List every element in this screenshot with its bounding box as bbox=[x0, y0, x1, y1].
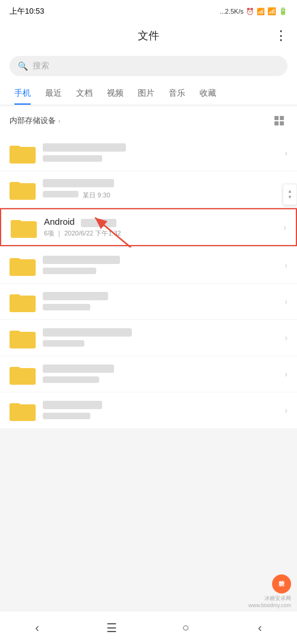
blurred-meta-part bbox=[43, 191, 78, 197]
folder-icon bbox=[11, 216, 37, 238]
blurred-filename bbox=[43, 292, 108, 300]
watermark-logo: 糖 bbox=[272, 574, 291, 593]
scroll-indicator[interactable]: ▲ ▼ bbox=[283, 184, 297, 205]
file-chevron-icon: › bbox=[285, 333, 287, 343]
menu-icon: ☰ bbox=[106, 621, 117, 635]
breadcrumb[interactable]: 内部存储设备 › bbox=[10, 115, 61, 126]
breadcrumb-row: 内部存储设备 › bbox=[0, 106, 297, 135]
search-placeholder: 搜索 bbox=[33, 61, 49, 71]
nav-home-button[interactable]: ○ bbox=[171, 616, 201, 640]
blurred-filename bbox=[43, 179, 114, 187]
file-chevron-icon: › bbox=[283, 222, 286, 232]
blurred-meta bbox=[43, 268, 96, 274]
file-item[interactable]: › bbox=[0, 284, 297, 319]
status-time: 上午10:53 bbox=[10, 6, 45, 17]
blurred-meta bbox=[43, 340, 84, 347]
file-chevron-icon: › bbox=[285, 260, 287, 270]
file-info: Android 6项 ｜ 2020/6/22 下午1:32 bbox=[44, 216, 279, 237]
scroll-down-icon[interactable]: ▼ bbox=[287, 195, 292, 200]
blurred-filename bbox=[43, 401, 102, 409]
tab-document[interactable]: 文档 bbox=[69, 82, 100, 105]
status-icons: ...2.5K/s ⏰ 📶 📶 🔋 bbox=[220, 7, 287, 15]
file-meta: 6项 ｜ 2020/6/22 下午1:32 bbox=[44, 229, 279, 238]
blurred-filename bbox=[43, 143, 126, 152]
blurred-meta bbox=[43, 376, 99, 383]
blurred-filename bbox=[43, 256, 120, 264]
watermark-line1: 冰糖安卓网 bbox=[248, 595, 291, 602]
recent-apps-icon: ‹ bbox=[258, 621, 262, 634]
folder-icon bbox=[10, 255, 36, 276]
folder-icon bbox=[10, 363, 36, 385]
blurred-name-suffix bbox=[81, 219, 116, 227]
file-item[interactable]: › bbox=[0, 320, 297, 356]
search-icon: 🔍 bbox=[18, 61, 28, 71]
back-icon: ‹ bbox=[35, 621, 39, 634]
file-item[interactable]: › bbox=[0, 135, 297, 171]
folder-icon bbox=[10, 327, 36, 348]
tab-video[interactable]: 视频 bbox=[100, 82, 131, 105]
more-options-button[interactable]: ⋮ bbox=[274, 29, 287, 42]
file-info bbox=[43, 256, 280, 275]
file-info bbox=[43, 365, 280, 384]
tab-image[interactable]: 图片 bbox=[131, 82, 162, 105]
file-chevron-icon: › bbox=[285, 297, 287, 306]
tab-favorites[interactable]: 收藏 bbox=[192, 82, 223, 105]
file-chevron-icon: › bbox=[285, 369, 287, 379]
tab-phone[interactable]: 手机 bbox=[7, 82, 38, 105]
scroll-up-icon[interactable]: ▲ bbox=[287, 189, 292, 194]
tab-music[interactable]: 音乐 bbox=[162, 82, 192, 105]
search-input-wrap[interactable]: 🔍 搜索 bbox=[10, 56, 287, 76]
file-info bbox=[43, 143, 280, 163]
nav-back-button[interactable]: ‹ bbox=[23, 616, 52, 640]
file-info bbox=[43, 328, 280, 348]
blurred-filename bbox=[43, 365, 114, 373]
file-list: ▲ ▼ › 某日 9:30 bbox=[0, 135, 297, 428]
file-item[interactable]: › bbox=[0, 247, 297, 283]
tab-recent[interactable]: 最近 bbox=[38, 82, 69, 105]
folder-icon bbox=[10, 400, 36, 421]
file-meta: 某日 9:30 bbox=[43, 191, 280, 200]
file-info bbox=[43, 401, 280, 420]
watermark: 糖 冰糖安卓网 www.btxtdmy.com bbox=[248, 574, 291, 608]
file-chevron-icon: › bbox=[285, 148, 287, 158]
category-tabs: 手机 最近 文档 视频 图片 音乐 收藏 bbox=[0, 82, 297, 105]
status-bar: 上午10:53 ...2.5K/s ⏰ 📶 📶 🔋 bbox=[0, 0, 297, 21]
alarm-icon: ⏰ bbox=[246, 8, 254, 15]
navigation-bar: ‹ ☰ ○ ‹ bbox=[0, 611, 297, 644]
nav-recent-apps-button[interactable]: ‹ bbox=[245, 616, 275, 640]
nav-menu-button[interactable]: ☰ bbox=[97, 616, 127, 640]
folder-icon bbox=[10, 178, 36, 200]
blurred-meta bbox=[43, 413, 90, 419]
blurred-meta bbox=[43, 304, 90, 310]
search-bar: 🔍 搜索 bbox=[0, 50, 297, 82]
file-item[interactable]: 某日 9:30 › bbox=[0, 171, 297, 207]
file-info: 某日 9:30 bbox=[43, 179, 280, 200]
battery-icon: 🔋 bbox=[279, 7, 287, 15]
folder-icon bbox=[10, 142, 36, 164]
blurred-filename bbox=[43, 328, 132, 337]
blurred-meta bbox=[43, 155, 102, 162]
breadcrumb-chevron-icon: › bbox=[58, 117, 61, 124]
file-chevron-icon: › bbox=[285, 406, 287, 415]
grid-view-icon bbox=[274, 116, 284, 125]
watermark-line2: www.btxtdmy.com bbox=[248, 602, 291, 608]
network-speed: ...2.5K/s bbox=[220, 8, 244, 15]
page-title: 文件 bbox=[138, 29, 159, 43]
file-name: Android bbox=[44, 216, 279, 227]
app-header: 文件 ⋮ bbox=[0, 21, 297, 50]
breadcrumb-path: 内部存储设备 bbox=[10, 115, 56, 126]
grid-toggle-button[interactable] bbox=[271, 112, 287, 129]
folder-icon bbox=[10, 291, 36, 312]
file-info bbox=[43, 292, 280, 312]
wifi-icon: 📶 bbox=[267, 7, 276, 15]
file-item[interactable]: › bbox=[0, 356, 297, 392]
home-icon: ○ bbox=[182, 621, 189, 634]
signal-icon: 📶 bbox=[257, 8, 265, 15]
android-folder-item[interactable]: Android 6项 ｜ 2020/6/22 下午1:32 › bbox=[0, 208, 297, 246]
file-item[interactable]: › bbox=[0, 392, 297, 428]
